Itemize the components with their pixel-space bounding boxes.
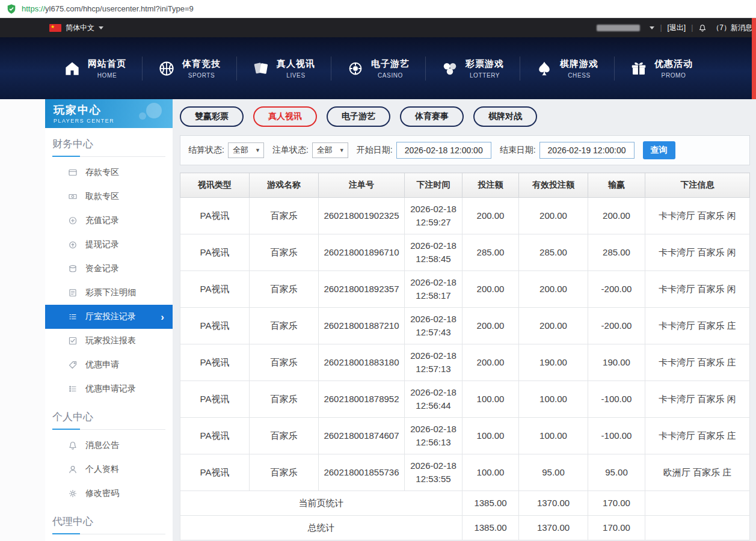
sidebar-item-fund-records[interactable]: 资金记录: [45, 257, 173, 281]
summary-win-loss: 170.00: [588, 516, 645, 540]
sidebar-item-profile[interactable]: 个人资料: [45, 457, 173, 481]
order-status-value: 全部: [317, 145, 333, 156]
table-header: 视讯类型 游戏名称 注单号 下注时间 投注额 有效投注额 输赢 下注信息: [180, 173, 750, 198]
start-date-input[interactable]: 2026-02-18 12:00:00: [396, 142, 491, 159]
sidebar-item-room-bet-records[interactable]: 厅室投注记录 ›: [45, 305, 173, 329]
cell-bet-time: 2026-02-1812:59:27: [405, 198, 463, 234]
page-shell: 玩家中心 PLAYERS CENTER 财务中心 存款专区 取款专区 充值记录: [0, 99, 756, 541]
sidebar-item-agent-rules[interactable]: 代理规则说明: [45, 538, 173, 541]
sidebar-item-player-bet-report[interactable]: 玩家投注报表: [45, 329, 173, 353]
cell-bet-time: 2026-02-1812:57:43: [405, 308, 463, 344]
sidebar-item-withdrawal-records[interactable]: 提现记录: [45, 233, 173, 257]
sidebar-item-withdraw-zone[interactable]: 取款专区: [45, 185, 173, 209]
tab-live-video[interactable]: 真人视讯: [253, 106, 317, 127]
tab-sports-events[interactable]: 体育赛事: [400, 106, 464, 127]
nav-item-lives[interactable]: 真人视讯 LIVES: [236, 58, 331, 79]
cell-valid-bet-amount: 190.00: [519, 344, 588, 381]
summary-label: 当前页统计: [180, 491, 463, 516]
cell-bet-info: 卡卡湾厅 百家乐 闲: [645, 271, 750, 308]
sidebar-item-deposit-zone[interactable]: 存款专区: [45, 160, 173, 185]
nav-title: 体育竞技: [182, 58, 221, 70]
nav-item-sports[interactable]: 体育竞技 SPORTS: [142, 58, 236, 79]
sidebar-items: 代理规则说明: [45, 538, 173, 541]
sidebar: 玩家中心 PLAYERS CENTER 财务中心 存款专区 取款专区 充值记录: [45, 99, 173, 541]
bell-icon[interactable]: [698, 23, 707, 32]
sidebar-item-promo-apply[interactable]: 优惠申请: [45, 353, 173, 377]
sidebar-item-label: 消息公告: [85, 440, 119, 451]
nav-item-home[interactable]: 网站首页 HOME: [48, 58, 142, 79]
site-topbar: ★ 简体中文 | [退出] | （7）新消息: [0, 18, 756, 37]
cell-valid-bet-amount: 100.00: [519, 418, 588, 454]
settle-status-select[interactable]: 全部 ▼: [228, 142, 264, 158]
url-scheme: https://: [22, 4, 45, 13]
cell-valid-bet-amount: 285.00: [519, 234, 588, 271]
bank-card-icon: [68, 168, 78, 177]
filter-bar: 结算状态: 全部 ▼ 注单状态: 全部 ▼ 开始日期: 2026-02-18 1…: [180, 135, 750, 165]
cell-game-name: 百家乐: [250, 198, 319, 234]
header-video-type: 视讯类型: [180, 173, 250, 198]
china-flag-icon: ★: [49, 24, 61, 32]
section-title-finance: 财务中心: [52, 137, 165, 157]
table-row: PA视讯百家乐2602180018967102026-02-1812:58:45…: [180, 234, 750, 271]
cell-win-loss: -200.00: [588, 271, 645, 308]
cell-bet-amount: 100.00: [463, 454, 519, 491]
search-button[interactable]: 查询: [643, 141, 675, 159]
section-title-agent: 代理中心: [52, 515, 165, 534]
cell-bet-amount: 285.00: [463, 234, 519, 271]
language-selector[interactable]: 简体中文: [66, 23, 94, 33]
header-game-name: 游戏名称: [250, 173, 319, 198]
nav-text: 彩票游戏 LOTTERY: [466, 58, 504, 79]
user-menu-caret-icon[interactable]: [650, 26, 654, 29]
sidebar-item-promo-apply-records[interactable]: 优惠申请记录: [45, 377, 173, 401]
sidebar-item-lottery-bet-details[interactable]: 彩票下注明细: [45, 281, 173, 305]
list-icon: [68, 312, 78, 322]
url-rest: yl675.com/hhcp/usercenter.html?iniType=9: [45, 4, 194, 13]
order-status-select[interactable]: 全部 ▼: [312, 142, 348, 158]
cell-bet-amount: 100.00: [463, 418, 519, 454]
tab-lottery[interactable]: 雙赢彩票: [180, 106, 244, 127]
cell-bet-number: 260218001855736: [319, 454, 405, 491]
cell-valid-bet-amount: 100.00: [519, 381, 588, 418]
nav-item-chess[interactable]: 棋牌游戏 CHESS: [520, 58, 614, 79]
sidebar-item-change-password[interactable]: 修改密码: [45, 481, 173, 506]
sidebar-items: 消息公告 个人资料 修改密码: [45, 433, 173, 506]
sidebar-items: 存款专区 取款专区 充值记录 提现记录 资金记录: [45, 160, 173, 401]
coins-stack-icon: [68, 264, 78, 274]
tab-chess-battle[interactable]: 棋牌对战: [473, 106, 537, 127]
person-icon: [68, 465, 78, 474]
summary-win-loss: 170.00: [588, 491, 645, 516]
section-title-personal: 个人中心: [52, 410, 165, 430]
sidebar-subtitle: PLAYERS CENTER: [54, 118, 173, 124]
end-date-input[interactable]: 2026-02-19 12:00:00: [539, 142, 635, 159]
cell-game-name: 百家乐: [250, 308, 319, 344]
sidebar-item-label: 提现记录: [85, 239, 119, 250]
header-bet-info: 下注信息: [645, 173, 750, 198]
nav-title: 电子游艺: [371, 58, 410, 70]
table-row: PA视讯百家乐2602180018923572026-02-1812:58:17…: [180, 271, 750, 308]
nav-text: 网站首页 HOME: [88, 58, 126, 79]
cell-bet-number: 260218001902325: [319, 198, 405, 234]
header-valid-bet-amount: 有效投注额: [519, 173, 588, 198]
logout-button[interactable]: [退出]: [668, 23, 686, 33]
nav-text: 真人视讯 LIVES: [277, 58, 315, 79]
cell-bet-time: 2026-02-1812:56:44: [405, 381, 463, 418]
cell-bet-info: 卡卡湾厅 百家乐 闲: [645, 234, 750, 271]
nav-subtitle: CHESS: [560, 72, 598, 79]
nav-item-promo[interactable]: 优惠活动 PROMO: [614, 58, 708, 79]
username-blurred[interactable]: [597, 25, 640, 31]
cell-bet-time: 2026-02-1812:53:55: [405, 454, 463, 491]
new-messages-link[interactable]: （7）新消息: [712, 23, 752, 33]
browser-url-bar[interactable]: https://yl675.com/hhcp/usercenter.html?i…: [0, 0, 756, 18]
sidebar-section-personal: 个人中心 消息公告 个人资料 修改密码: [45, 401, 173, 506]
nav-title: 优惠活动: [654, 58, 693, 70]
summary-row-current-page: 当前页统计 1385.00 1370.00 170.00: [180, 491, 750, 516]
caret-down-icon: ▼: [339, 147, 345, 153]
nav-item-lottery[interactable]: 彩票游戏 LOTTERY: [425, 58, 520, 79]
language-caret-icon[interactable]: [99, 26, 103, 29]
url-text[interactable]: https://yl675.com/hhcp/usercenter.html?i…: [22, 4, 194, 13]
sidebar-item-recharge-records[interactable]: 充值记录: [45, 209, 173, 233]
cell-bet-time: 2026-02-1812:57:13: [405, 344, 463, 381]
nav-item-casino[interactable]: 电子游艺 CASINO: [331, 58, 425, 79]
sidebar-item-announcements[interactable]: 消息公告: [45, 433, 173, 457]
tab-electronic-games[interactable]: 电子游艺: [327, 106, 390, 127]
